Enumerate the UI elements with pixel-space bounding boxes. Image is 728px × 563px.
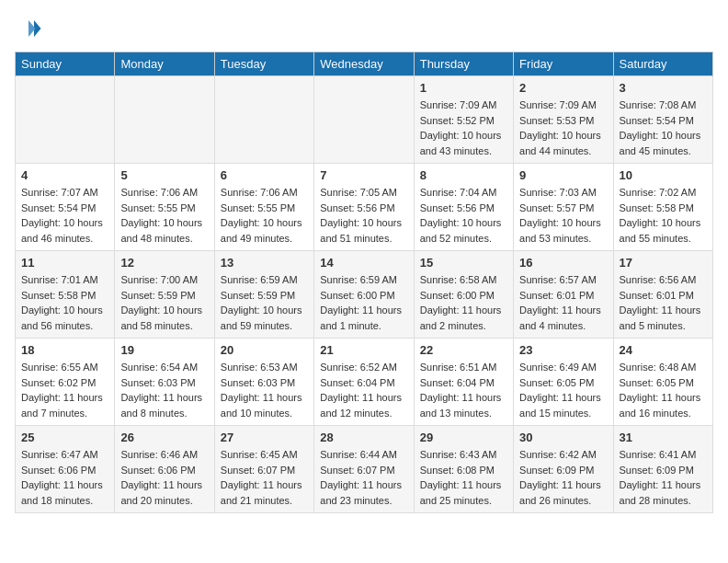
calendar-cell: 20Sunrise: 6:53 AM Sunset: 6:03 PM Dayli…: [214, 339, 313, 426]
day-info: Sunrise: 7:02 AM Sunset: 5:58 PM Dayligh…: [620, 185, 707, 246]
day-number: 1: [420, 81, 507, 95]
calendar-cell: 31Sunrise: 6:41 AM Sunset: 6:09 PM Dayli…: [613, 426, 712, 513]
day-number: 15: [420, 256, 507, 270]
calendar-table: SundayMondayTuesdayWednesdayThursdayFrid…: [15, 52, 713, 513]
calendar-cell: 18Sunrise: 6:55 AM Sunset: 6:02 PM Dayli…: [16, 339, 115, 426]
day-info: Sunrise: 6:49 AM Sunset: 6:05 PM Dayligh…: [519, 360, 607, 420]
calendar-cell: [314, 76, 414, 164]
day-number: 22: [420, 343, 507, 357]
day-number: 5: [120, 168, 208, 182]
day-info: Sunrise: 7:00 AM Sunset: 5:59 PM Dayligh…: [120, 272, 208, 333]
day-info: Sunrise: 6:59 AM Sunset: 6:00 PM Dayligh…: [320, 272, 407, 333]
day-info: Sunrise: 7:01 AM Sunset: 5:58 PM Dayligh…: [21, 272, 108, 333]
calendar-cell: 28Sunrise: 6:44 AM Sunset: 6:07 PM Dayli…: [314, 426, 414, 513]
day-number: 23: [519, 343, 607, 357]
calendar-cell: 14Sunrise: 6:59 AM Sunset: 6:00 PM Dayli…: [314, 251, 414, 339]
day-info: Sunrise: 7:07 AM Sunset: 5:54 PM Dayligh…: [21, 185, 108, 246]
header-monday: Monday: [115, 52, 214, 76]
day-number: 19: [120, 343, 208, 357]
day-number: 14: [320, 256, 407, 270]
calendar-cell: 9Sunrise: 7:03 AM Sunset: 5:57 PM Daylig…: [514, 164, 613, 251]
day-number: 2: [519, 81, 607, 95]
day-info: Sunrise: 7:08 AM Sunset: 5:54 PM Dayligh…: [620, 98, 707, 158]
week-row-1: 4Sunrise: 7:07 AM Sunset: 5:54 PM Daylig…: [16, 164, 713, 251]
day-info: Sunrise: 6:45 AM Sunset: 6:07 PM Dayligh…: [221, 447, 308, 508]
day-info: Sunrise: 7:09 AM Sunset: 5:52 PM Dayligh…: [420, 98, 507, 158]
day-number: 4: [21, 168, 108, 182]
day-number: 25: [21, 431, 108, 444]
day-number: 30: [519, 431, 607, 444]
day-number: 12: [120, 256, 208, 270]
calendar-cell: 27Sunrise: 6:45 AM Sunset: 6:07 PM Dayli…: [214, 426, 313, 513]
calendar-cell: 29Sunrise: 6:43 AM Sunset: 6:08 PM Dayli…: [414, 426, 513, 513]
header-row: SundayMondayTuesdayWednesdayThursdayFrid…: [16, 52, 713, 76]
day-info: Sunrise: 7:09 AM Sunset: 5:53 PM Dayligh…: [519, 98, 607, 158]
week-row-3: 18Sunrise: 6:55 AM Sunset: 6:02 PM Dayli…: [16, 339, 713, 426]
day-info: Sunrise: 7:03 AM Sunset: 5:57 PM Dayligh…: [519, 185, 607, 246]
header-saturday: Saturday: [613, 52, 712, 76]
calendar-cell: 21Sunrise: 6:52 AM Sunset: 6:04 PM Dayli…: [314, 339, 414, 426]
calendar-cell: 24Sunrise: 6:48 AM Sunset: 6:05 PM Dayli…: [613, 339, 712, 426]
day-info: Sunrise: 6:55 AM Sunset: 6:02 PM Dayligh…: [21, 360, 108, 420]
day-number: 27: [221, 431, 308, 444]
day-info: Sunrise: 6:43 AM Sunset: 6:08 PM Dayligh…: [420, 447, 507, 508]
day-info: Sunrise: 6:58 AM Sunset: 6:00 PM Dayligh…: [420, 272, 507, 333]
calendar-cell: 10Sunrise: 7:02 AM Sunset: 5:58 PM Dayli…: [613, 164, 712, 251]
day-number: 11: [21, 256, 108, 270]
header-thursday: Thursday: [414, 52, 513, 76]
calendar-cell: 17Sunrise: 6:56 AM Sunset: 6:01 PM Dayli…: [613, 251, 712, 339]
calendar-cell: 7Sunrise: 7:05 AM Sunset: 5:56 PM Daylig…: [314, 164, 414, 251]
day-info: Sunrise: 7:05 AM Sunset: 5:56 PM Dayligh…: [320, 185, 407, 246]
calendar-cell: 2Sunrise: 7:09 AM Sunset: 5:53 PM Daylig…: [514, 76, 613, 164]
calendar-cell: [115, 76, 214, 164]
day-number: 26: [120, 431, 208, 444]
day-number: 8: [420, 168, 507, 182]
day-info: Sunrise: 6:54 AM Sunset: 6:03 PM Dayligh…: [120, 360, 208, 420]
day-number: 3: [620, 81, 707, 95]
week-row-0: 1Sunrise: 7:09 AM Sunset: 5:52 PM Daylig…: [16, 76, 713, 164]
calendar-cell: 4Sunrise: 7:07 AM Sunset: 5:54 PM Daylig…: [16, 164, 115, 251]
calendar-cell: 3Sunrise: 7:08 AM Sunset: 5:54 PM Daylig…: [613, 76, 712, 164]
calendar-cell: 15Sunrise: 6:58 AM Sunset: 6:00 PM Dayli…: [414, 251, 513, 339]
day-number: 18: [21, 343, 108, 357]
calendar-cell: 5Sunrise: 7:06 AM Sunset: 5:55 PM Daylig…: [115, 164, 214, 251]
day-info: Sunrise: 6:42 AM Sunset: 6:09 PM Dayligh…: [519, 447, 607, 508]
day-number: 16: [519, 256, 607, 270]
day-info: Sunrise: 6:56 AM Sunset: 6:01 PM Dayligh…: [620, 272, 707, 333]
week-row-2: 11Sunrise: 7:01 AM Sunset: 5:58 PM Dayli…: [16, 251, 713, 339]
day-number: 29: [420, 431, 507, 444]
day-info: Sunrise: 6:46 AM Sunset: 6:06 PM Dayligh…: [120, 447, 208, 508]
calendar-cell: 1Sunrise: 7:09 AM Sunset: 5:52 PM Daylig…: [414, 76, 513, 164]
header-sunday: Sunday: [16, 52, 115, 76]
calendar-cell: 13Sunrise: 6:59 AM Sunset: 5:59 PM Dayli…: [214, 251, 313, 339]
calendar-cell: 6Sunrise: 7:06 AM Sunset: 5:55 PM Daylig…: [214, 164, 313, 251]
day-number: 10: [620, 168, 707, 182]
day-info: Sunrise: 6:53 AM Sunset: 6:03 PM Dayligh…: [221, 360, 308, 420]
day-info: Sunrise: 6:48 AM Sunset: 6:05 PM Dayligh…: [620, 360, 707, 420]
calendar-cell: 23Sunrise: 6:49 AM Sunset: 6:05 PM Dayli…: [514, 339, 613, 426]
calendar-cell: 22Sunrise: 6:51 AM Sunset: 6:04 PM Dayli…: [414, 339, 513, 426]
day-info: Sunrise: 6:57 AM Sunset: 6:01 PM Dayligh…: [519, 272, 607, 333]
day-info: Sunrise: 6:59 AM Sunset: 5:59 PM Dayligh…: [221, 272, 308, 333]
calendar-cell: 19Sunrise: 6:54 AM Sunset: 6:03 PM Dayli…: [115, 339, 214, 426]
day-info: Sunrise: 6:41 AM Sunset: 6:09 PM Dayligh…: [620, 447, 707, 508]
calendar-cell: 8Sunrise: 7:04 AM Sunset: 5:56 PM Daylig…: [414, 164, 513, 251]
day-info: Sunrise: 6:47 AM Sunset: 6:06 PM Dayligh…: [21, 447, 108, 508]
day-info: Sunrise: 7:04 AM Sunset: 5:56 PM Dayligh…: [420, 185, 507, 246]
day-info: Sunrise: 6:44 AM Sunset: 6:07 PM Dayligh…: [320, 447, 407, 508]
logo-icon: [15, 15, 42, 42]
day-info: Sunrise: 7:06 AM Sunset: 5:55 PM Dayligh…: [120, 185, 208, 246]
calendar-cell: 26Sunrise: 6:46 AM Sunset: 6:06 PM Dayli…: [115, 426, 214, 513]
page-header: [15, 15, 713, 42]
calendar-cell: 16Sunrise: 6:57 AM Sunset: 6:01 PM Dayli…: [514, 251, 613, 339]
calendar-cell: 25Sunrise: 6:47 AM Sunset: 6:06 PM Dayli…: [16, 426, 115, 513]
header-wednesday: Wednesday: [314, 52, 414, 76]
day-number: 9: [519, 168, 607, 182]
day-number: 13: [221, 256, 308, 270]
day-number: 21: [320, 343, 407, 357]
calendar-cell: 30Sunrise: 6:42 AM Sunset: 6:09 PM Dayli…: [514, 426, 613, 513]
day-number: 31: [620, 431, 707, 444]
day-number: 20: [221, 343, 308, 357]
day-info: Sunrise: 6:52 AM Sunset: 6:04 PM Dayligh…: [320, 360, 407, 420]
day-number: 6: [221, 168, 308, 182]
